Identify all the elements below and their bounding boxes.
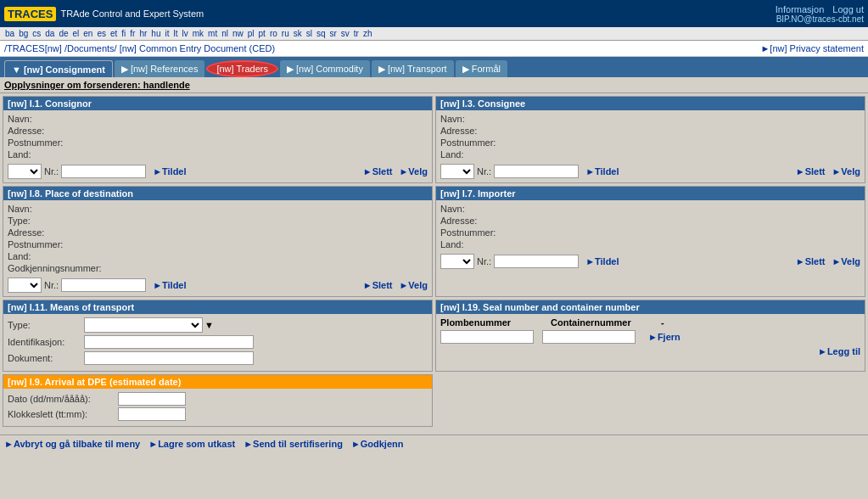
lang-lt[interactable]: lt xyxy=(171,29,179,38)
lang-da[interactable]: da xyxy=(43,29,56,38)
arrival-dato-input[interactable] xyxy=(118,392,186,406)
send-link[interactable]: ►Send til sertifisering xyxy=(244,439,343,449)
consignee-land-row: Land: xyxy=(440,149,860,160)
consignor-slett-link[interactable]: ►Slett xyxy=(363,166,393,177)
consignor-nr-input[interactable] xyxy=(61,165,146,178)
consignee-section: [nw] I.3. Consignee Navn: Adresse: Postn… xyxy=(435,96,865,183)
lagre-link[interactable]: ►Lagre som utkast xyxy=(148,439,235,449)
lang-mk[interactable]: mk xyxy=(191,29,205,38)
consignee-dropdown[interactable] xyxy=(440,164,474,179)
consignee-body: Navn: Adresse: Postnummer: Land: Nr.: ►T… xyxy=(436,110,865,182)
lang-cs[interactable]: cs xyxy=(31,29,42,38)
lang-et[interactable]: et xyxy=(109,29,119,38)
consignor-body: Navn: Adresse: Postnummer: Land: Nr.: ►T… xyxy=(3,110,432,182)
lang-el[interactable]: el xyxy=(71,29,81,38)
lang-sr[interactable]: sr xyxy=(328,29,339,38)
consignee-land-label: Land: xyxy=(440,149,517,160)
destination-velg-link[interactable]: ►Velg xyxy=(399,280,428,290)
seal-containernummer-input[interactable] xyxy=(542,330,636,344)
avbryt-link[interactable]: ►Avbryt og gå tilbake til meny xyxy=(4,439,140,449)
consignor-trader-row: Nr.: ►Tildel ►Slett ►Velg xyxy=(8,162,428,179)
lang-de[interactable]: de xyxy=(57,29,70,38)
lang-ru[interactable]: ru xyxy=(280,29,291,38)
destination-type-label: Type: xyxy=(8,216,84,226)
consignee-velg-link[interactable]: ►Velg xyxy=(832,166,860,177)
destination-nr-input[interactable] xyxy=(61,278,146,292)
lang-sv[interactable]: sv xyxy=(339,29,351,38)
importer-land-row: Land: xyxy=(440,239,860,250)
lang-sk[interactable]: sk xyxy=(292,29,304,38)
importer-nr-label: Nr.: xyxy=(477,256,491,266)
importer-trader-row: Nr.: ►Tildel ►Slett ►Velg xyxy=(440,252,860,269)
destination-postnummer-label: Postnummer: xyxy=(8,239,84,250)
tab-commodity[interactable]: ▶ [nw] Commodity xyxy=(280,60,370,77)
lang-fi[interactable]: fi xyxy=(120,29,127,38)
lang-nl[interactable]: nl xyxy=(220,29,230,38)
transport-title: [nw] I.11. Means of transport xyxy=(3,300,432,314)
transport-type-label: Type: xyxy=(8,320,84,330)
consignee-tildel-link[interactable]: ►Tildel xyxy=(585,166,619,177)
transport-section: [nw] I.11. Means of transport Type: ▼ Id… xyxy=(3,300,433,372)
tab-formal[interactable]: ▶ Formål xyxy=(456,60,507,77)
consignor-tildel-link[interactable]: ►Tildel xyxy=(153,166,186,177)
lang-sq[interactable]: sq xyxy=(315,29,328,38)
lang-mt[interactable]: mt xyxy=(206,29,219,38)
lang-sl[interactable]: sl xyxy=(305,29,314,38)
godkjenn-link[interactable]: ►Godkjenn xyxy=(351,439,404,449)
destination-dropdown[interactable] xyxy=(8,278,42,293)
lang-pt[interactable]: pt xyxy=(257,29,267,38)
transport-id-input[interactable] xyxy=(84,335,254,349)
lang-ba[interactable]: ba xyxy=(3,29,16,38)
lang-it[interactable]: it xyxy=(163,29,171,38)
lang-zh[interactable]: zh xyxy=(361,29,374,38)
consignee-slett-link[interactable]: ►Slett xyxy=(796,166,826,177)
lang-ro[interactable]: ro xyxy=(268,29,279,38)
importer-dropdown[interactable] xyxy=(440,254,474,269)
seal-data-row: ►Fjern xyxy=(440,330,860,344)
seal-plombenummer-header: Plombenummer xyxy=(440,317,542,328)
lang-nw[interactable]: nw xyxy=(231,29,245,38)
tab-navigation: ▼ [nw] Consignment ▶ [nw] References [nw… xyxy=(0,57,868,77)
importer-adresse-label: Adresse: xyxy=(440,216,517,226)
consignee-postnummer-label: Postnummer: xyxy=(440,137,517,148)
transport-type-row: Type: ▼ xyxy=(8,317,428,333)
destination-slett-link[interactable]: ►Slett xyxy=(363,280,393,290)
destination-godkjenning-row: Godkjenningsnummer: xyxy=(8,263,428,273)
seal-legg-til-link[interactable]: ►Legg til xyxy=(818,346,860,356)
lang-es[interactable]: es xyxy=(95,29,108,38)
consignor-postnummer-label: Postnummer: xyxy=(8,137,84,148)
transport-dok-input[interactable] xyxy=(84,351,254,365)
lang-lv[interactable]: lv xyxy=(180,29,189,38)
consignee-nr-input[interactable] xyxy=(494,165,579,178)
lang-tr[interactable]: tr xyxy=(352,29,361,38)
lang-fr[interactable]: fr xyxy=(128,29,137,38)
importer-velg-link[interactable]: ►Velg xyxy=(832,256,860,266)
tab-formal-label: ▶ Formål xyxy=(462,64,501,75)
transport-type-select[interactable] xyxy=(84,317,203,333)
importer-tildel-link[interactable]: ►Tildel xyxy=(585,256,619,266)
privacy-link[interactable]: ►[nw] Privacy statement xyxy=(760,43,864,53)
lang-hr[interactable]: hr xyxy=(137,29,148,38)
importer-nr-input[interactable] xyxy=(494,255,579,268)
consignor-dropdown[interactable] xyxy=(8,164,42,179)
info-link[interactable]: Informasjon xyxy=(776,4,824,14)
destination-trader-row: Nr.: ►Tildel ►Slett ►Velg xyxy=(8,276,428,293)
seal-plombenummer-input[interactable] xyxy=(440,330,534,344)
lang-en[interactable]: en xyxy=(81,29,94,38)
lang-bg[interactable]: bg xyxy=(17,29,30,38)
consignor-velg-link[interactable]: ►Velg xyxy=(399,166,428,177)
action-bar: ►Avbryt og gå tilbake til meny ►Lagre so… xyxy=(0,435,868,452)
importer-slett-link[interactable]: ►Slett xyxy=(796,256,826,266)
arrival-klokkeslett-input[interactable] xyxy=(118,407,186,421)
tab-traders[interactable]: [nw] Traders xyxy=(206,60,278,77)
seal-add-row: ►Legg til xyxy=(440,346,860,356)
seal-fjern-link[interactable]: ►Fjern xyxy=(648,332,680,342)
tab-consignment[interactable]: ▼ [nw] Consignment xyxy=(4,60,113,77)
tab-transport[interactable]: ▶ [nw] Transport xyxy=(372,60,454,77)
lang-pl[interactable]: pl xyxy=(246,29,256,38)
tab-references[interactable]: ▶ [nw] References xyxy=(115,60,205,77)
logout-link[interactable]: Logg ut xyxy=(832,4,864,14)
destination-tildel-link[interactable]: ►Tildel xyxy=(153,280,186,290)
lang-hu[interactable]: hu xyxy=(149,29,162,38)
consignor-section: [nw] I.1. Consignor Navn: Adresse: Postn… xyxy=(3,96,433,183)
